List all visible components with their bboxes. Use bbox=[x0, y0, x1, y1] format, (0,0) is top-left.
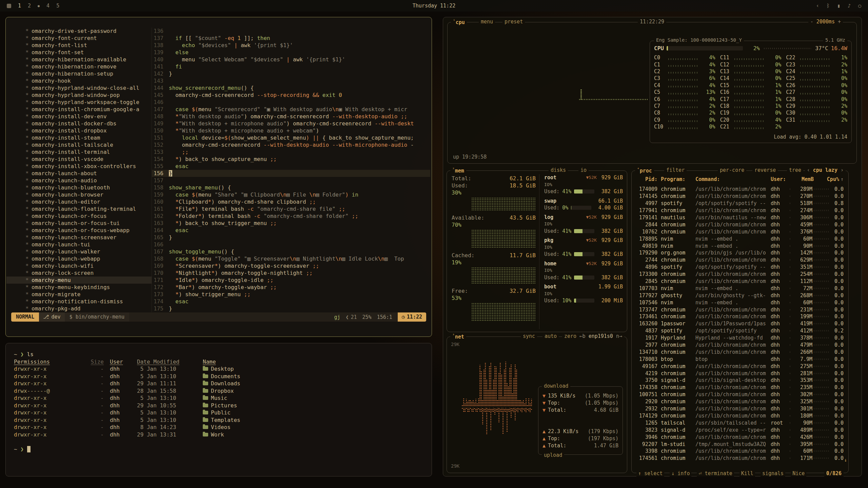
file-item[interactable]: *omarchy-menu-keybindings bbox=[6, 284, 152, 291]
process-row[interactable]: 107703nvimnvim --embed .dhh72M0.0 bbox=[636, 285, 844, 292]
file-item[interactable]: *omarchy-launch-webapp bbox=[6, 255, 152, 262]
bluetooth-icon[interactable]: ᛒ bbox=[827, 3, 830, 9]
process-row[interactable]: 177927ghostty/usr/bin/ghostty --gtk-dhh2… bbox=[636, 292, 844, 299]
proc-footer-item-4[interactable]: signals bbox=[761, 470, 785, 476]
process-row[interactable]: 178003btopbtopdhh7.9M0.0 bbox=[636, 355, 844, 363]
proc-footer-item-3[interactable]: Kill bbox=[739, 470, 755, 476]
file-item[interactable]: *omarchy-launch-bluetooth bbox=[6, 184, 152, 191]
process-row[interactable]: 1265tailscal/usr/sbin/tailscaled --root9… bbox=[636, 419, 844, 426]
net-auto-button[interactable]: auto bbox=[542, 333, 559, 339]
process-row[interactable]: 1917HyprlandHyprland --watchdog-fddhh378… bbox=[636, 334, 844, 342]
process-row[interactable]: 179290org.gnom/usr/bin/gjs /usr/lib/odhh… bbox=[636, 249, 844, 257]
process-row[interactable]: 4837spotify/opt/spotify/spotifydhh412M0.… bbox=[636, 327, 844, 334]
proc-header-user[interactable]: User: bbox=[771, 176, 788, 182]
menu-square-icon[interactable] bbox=[7, 4, 11, 8]
file-item[interactable]: *omarchy-install-xbox-controllers bbox=[6, 163, 152, 170]
file-item[interactable]: *omarchy-launch-screensaver bbox=[6, 234, 152, 241]
file-item[interactable]: *omarchy-install-chromium-google-a bbox=[6, 106, 152, 113]
file-item[interactable]: *omarchy-launch-wifi bbox=[6, 262, 152, 269]
proc-sort-selector[interactable]: ‹ cpu lazy › bbox=[805, 167, 846, 173]
file-item[interactable]: *omarchy-install-vscode bbox=[6, 156, 152, 163]
process-row[interactable]: 49167chromium/usr/lib/chromium/chromdhh2… bbox=[636, 363, 844, 370]
file-item[interactable]: *omarchy-launch-editor bbox=[6, 198, 152, 205]
scroll-down-icon[interactable]: ↓ bbox=[844, 457, 847, 463]
process-row[interactable]: 177941chromium/usr/lib/chromium/chromdhh… bbox=[636, 207, 844, 214]
file-item[interactable]: *omarchy-hyprland-window-close-all bbox=[6, 84, 152, 92]
process-row[interactable]: 10762chromium/usr/lib/chromium/chromdhh3… bbox=[636, 228, 844, 235]
process-row[interactable]: 174561chromium/usr/lib/chromium/chromdhh… bbox=[636, 455, 844, 462]
process-row[interactable]: 178895nvimnvim --embed .dhh60M0.0 bbox=[636, 235, 844, 242]
process-row[interactable]: 100751chromium/usr/lib/chromium/chromdhh… bbox=[636, 391, 844, 398]
process-row[interactable]: 2977chromium/usr/lib/chromium/chromdhh47… bbox=[636, 342, 844, 349]
file-item[interactable]: *omarchy-hook bbox=[6, 77, 152, 84]
terminal-window[interactable]: ~ ❯ lsPermissionsSizeUserDate ModifiedNa… bbox=[5, 343, 432, 476]
file-item[interactable]: *omarchy-install-tailscale bbox=[6, 141, 152, 148]
process-row[interactable]: 174009chromium/usr/lib/chromium/chromdhh… bbox=[636, 186, 844, 193]
process-row[interactable]: 179141nautilus/usr/bin/nautilus --newdhh… bbox=[636, 214, 844, 221]
proc-tree-button[interactable]: tree bbox=[787, 167, 803, 173]
file-item[interactable]: *omarchy-launch-or-focus-tui bbox=[6, 220, 152, 227]
proc-header-program[interactable]: Program: bbox=[661, 176, 693, 182]
file-item[interactable]: *omarchy-font-list bbox=[6, 42, 152, 49]
file-item[interactable]: *omarchy-font-current bbox=[6, 35, 152, 42]
process-row[interactable]: 107546nvimnvim --embed .dhh60M0.0 bbox=[636, 299, 844, 306]
battery-icon[interactable]: ▮ bbox=[837, 3, 840, 9]
process-row[interactable]: 134710chromium/usr/lib/chromium/chromdhh… bbox=[636, 348, 844, 355]
proc-header-pid[interactable]: Pid: bbox=[636, 176, 657, 182]
file-item[interactable]: *omarchy-install-steam bbox=[6, 134, 152, 141]
sort-prev-icon[interactable]: ‹ bbox=[807, 167, 810, 173]
proc-filter-button[interactable]: filter bbox=[664, 167, 687, 173]
net-interface-switcher[interactable]: ←b enp191s0 n→ bbox=[577, 333, 624, 339]
process-row[interactable]: 92207lm-studi/tmp/.mount_lmstudw3AZQdhh3… bbox=[636, 441, 844, 448]
btop-interval-control[interactable]: - 2000ms + bbox=[808, 19, 843, 25]
file-item[interactable]: *omarchy-install-dropbox bbox=[6, 127, 152, 134]
file-item[interactable]: *omarchy-launch-browser bbox=[6, 191, 152, 198]
file-item[interactable]: *omarchy-hibernation-available bbox=[6, 56, 152, 63]
proc-footer-item-2[interactable]: ⏎ terminate bbox=[697, 470, 734, 476]
volume-icon[interactable]: ♪ bbox=[848, 3, 851, 9]
proc-percore-button[interactable]: per-core bbox=[718, 167, 746, 173]
process-row[interactable]: 174358chromium/usr/lib/chromium/chromdhh… bbox=[636, 384, 844, 391]
file-item[interactable]: *omarchy-install-dev-env bbox=[6, 113, 152, 120]
file-item[interactable]: *omarchy-menu bbox=[6, 277, 152, 284]
btop-preset-button[interactable]: preset bbox=[502, 19, 525, 25]
file-item[interactable]: *omarchy-launch-or-focus-webapp bbox=[6, 227, 152, 234]
file-item[interactable]: *omarchy-launch-or-focus bbox=[6, 212, 152, 220]
net-sync-button[interactable]: sync bbox=[521, 333, 537, 339]
file-item[interactable]: *omarchy-migrate bbox=[6, 291, 152, 298]
process-row[interactable]: 1632601passwor/usr/lib/1Password/1pasdhh… bbox=[636, 320, 844, 327]
proc-header-command[interactable]: Command: bbox=[695, 176, 771, 182]
power-icon[interactable]: ○ bbox=[858, 3, 861, 9]
workspace-4[interactable]: 4 bbox=[46, 3, 50, 9]
proc-footer-item-0[interactable]: ↑ select bbox=[636, 470, 664, 476]
proc-header-cpu[interactable]: Cpu%↑ bbox=[814, 176, 844, 182]
iface-next-icon[interactable]: n→ bbox=[616, 333, 622, 339]
workspace-3[interactable]: ● bbox=[38, 4, 40, 8]
process-row[interactable]: 2845chromium/usr/lib/chromium/chromdhh11… bbox=[636, 278, 844, 285]
file-item[interactable]: *omarchy-font-set bbox=[6, 49, 152, 56]
workspace-5[interactable]: 5 bbox=[56, 3, 59, 9]
process-row[interactable]: 174129chromium/usr/lib/chromium/chromdhh… bbox=[636, 412, 844, 420]
file-item[interactable]: *omarchy-hibernation-remove bbox=[6, 63, 152, 70]
process-row[interactable]: 2920chromium/usr/lib/chromium/chromdhh32… bbox=[636, 398, 844, 405]
file-item[interactable]: *omarchy-lock-screen bbox=[6, 269, 152, 277]
process-row[interactable]: 2844chromium/usr/lib/chromium/chromdhh45… bbox=[636, 221, 844, 228]
process-row[interactable]: 2744chromium/usr/lib/chromium/chromdhh62… bbox=[636, 257, 844, 264]
prompt-line[interactable]: ~ ❯ ls bbox=[14, 351, 427, 358]
nvim-code-pane[interactable]: 136137 if [[ "$count" -eq 1 ]]; then138 … bbox=[152, 27, 430, 312]
arrow-left-icon[interactable]: ‹ bbox=[816, 3, 819, 9]
process-row[interactable]: 173461chromium/usr/lib/chromium/chromdhh… bbox=[636, 313, 844, 320]
interval-minus-icon[interactable]: - bbox=[810, 19, 813, 25]
interval-plus-icon[interactable]: + bbox=[838, 19, 841, 25]
file-item[interactable]: *omarchy-pkg-add bbox=[6, 305, 152, 312]
file-item[interactable]: *omarchy-drive-set-password bbox=[6, 27, 152, 35]
file-item[interactable]: *omarchy-launch-about bbox=[6, 170, 152, 177]
file-item[interactable]: *omarchy-hyprland-workspace-toggle bbox=[6, 99, 152, 106]
proc-footer-item-5[interactable]: Nice bbox=[791, 470, 806, 476]
btop-menu-button[interactable]: menu bbox=[479, 19, 495, 25]
file-item[interactable]: *omarchy-launch-tui bbox=[6, 241, 152, 248]
disks-toggle-button[interactable]: disks bbox=[549, 167, 568, 173]
process-row[interactable]: 2932chromium/usr/lib/chromium/chromdhh30… bbox=[636, 405, 844, 412]
process-row[interactable]: 3823signal-d/proc/self/exe --type=rdhh48… bbox=[636, 426, 844, 433]
proc-reverse-button[interactable]: reverse bbox=[752, 167, 778, 173]
